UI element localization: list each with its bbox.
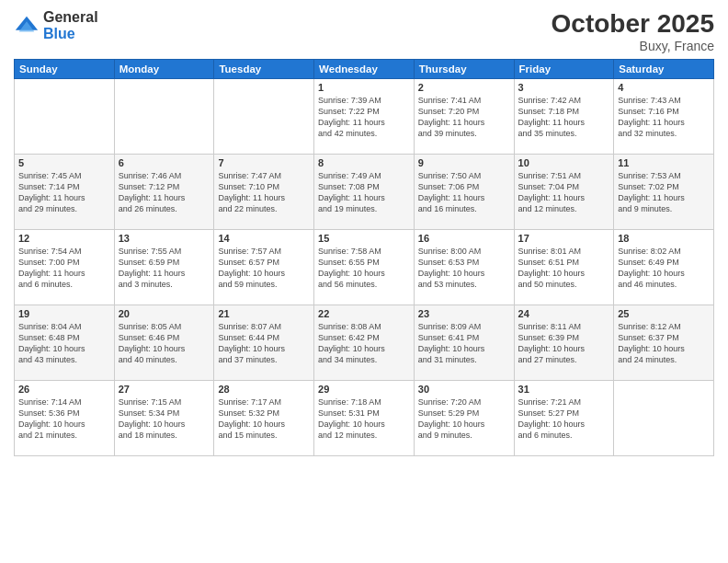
calendar-cell: 19Sunrise: 8:04 AMSunset: 6:48 PMDayligh… <box>15 305 115 381</box>
day-number: 10 <box>518 157 610 168</box>
day-info: Sunrise: 7:42 AMSunset: 7:18 PMDaylight:… <box>518 95 610 140</box>
day-info: Sunrise: 7:47 AMSunset: 7:10 PMDaylight:… <box>218 170 310 215</box>
day-number: 26 <box>18 384 110 395</box>
day-info: Sunrise: 8:05 AMSunset: 6:46 PMDaylight:… <box>119 321 210 366</box>
day-info: Sunrise: 7:51 AMSunset: 7:04 PMDaylight:… <box>518 170 610 215</box>
col-header-wednesday: Wednesday <box>314 60 415 79</box>
day-info: Sunrise: 7:55 AMSunset: 6:59 PMDaylight:… <box>119 246 210 291</box>
day-info: Sunrise: 7:14 AMSunset: 5:36 PMDaylight:… <box>18 396 110 442</box>
calendar-cell: 9Sunrise: 7:50 AMSunset: 7:06 PMDaylight… <box>414 155 514 230</box>
day-info: Sunrise: 8:08 AMSunset: 6:42 PMDaylight:… <box>318 321 410 366</box>
day-number: 16 <box>418 233 510 244</box>
calendar-cell: 21Sunrise: 8:07 AMSunset: 6:44 PMDayligh… <box>214 305 314 381</box>
header: General Blue October 2025 Buxy, France <box>14 9 714 53</box>
day-info: Sunrise: 7:41 AMSunset: 7:20 PMDaylight:… <box>418 95 510 140</box>
week-row-4: 26Sunrise: 7:14 AMSunset: 5:36 PMDayligh… <box>15 381 714 456</box>
day-number: 8 <box>318 157 410 168</box>
day-info: Sunrise: 7:21 AMSunset: 5:27 PMDaylight:… <box>518 396 610 442</box>
calendar-cell: 5Sunrise: 7:45 AMSunset: 7:14 PMDaylight… <box>15 155 115 230</box>
calendar-cell: 25Sunrise: 8:12 AMSunset: 6:37 PMDayligh… <box>614 305 714 381</box>
calendar-cell: 29Sunrise: 7:18 AMSunset: 5:31 PMDayligh… <box>314 381 415 456</box>
calendar-table: SundayMondayTuesdayWednesdayThursdayFrid… <box>14 59 714 456</box>
col-header-monday: Monday <box>114 60 214 79</box>
calendar-header-row: SundayMondayTuesdayWednesdayThursdayFrid… <box>15 60 714 79</box>
day-info: Sunrise: 8:11 AMSunset: 6:39 PMDaylight:… <box>518 321 610 366</box>
day-info: Sunrise: 7:39 AMSunset: 7:22 PMDaylight:… <box>318 95 410 140</box>
calendar-cell: 8Sunrise: 7:49 AMSunset: 7:08 PMDaylight… <box>314 155 415 230</box>
day-number: 15 <box>318 233 410 244</box>
day-number: 20 <box>119 308 210 319</box>
location: Buxy, France <box>552 39 714 53</box>
calendar-cell: 7Sunrise: 7:47 AMSunset: 7:10 PMDaylight… <box>214 155 314 230</box>
day-number: 23 <box>418 308 510 319</box>
day-number: 11 <box>618 157 710 168</box>
day-number: 7 <box>218 157 310 168</box>
calendar-cell: 22Sunrise: 8:08 AMSunset: 6:42 PMDayligh… <box>314 305 415 381</box>
day-info: Sunrise: 7:43 AMSunset: 7:16 PMDaylight:… <box>618 95 710 140</box>
calendar-cell: 2Sunrise: 7:41 AMSunset: 7:20 PMDaylight… <box>414 79 514 155</box>
col-header-sunday: Sunday <box>15 60 115 79</box>
day-info: Sunrise: 8:07 AMSunset: 6:44 PMDaylight:… <box>218 321 310 366</box>
day-number: 29 <box>318 384 410 395</box>
calendar-cell: 31Sunrise: 7:21 AMSunset: 5:27 PMDayligh… <box>514 381 614 456</box>
day-info: Sunrise: 8:00 AMSunset: 6:53 PMDaylight:… <box>418 246 510 291</box>
week-row-0: 1Sunrise: 7:39 AMSunset: 7:22 PMDaylight… <box>15 79 714 155</box>
calendar-cell: 18Sunrise: 8:02 AMSunset: 6:49 PMDayligh… <box>614 230 714 305</box>
calendar-cell: 12Sunrise: 7:54 AMSunset: 7:00 PMDayligh… <box>15 230 115 305</box>
day-info: Sunrise: 7:50 AMSunset: 7:06 PMDaylight:… <box>418 170 510 215</box>
logo-general-text: General <box>43 9 98 26</box>
day-number: 21 <box>218 308 310 319</box>
logo: General Blue <box>14 9 98 41</box>
day-info: Sunrise: 8:09 AMSunset: 6:41 PMDaylight:… <box>418 321 510 366</box>
day-info: Sunrise: 8:04 AMSunset: 6:48 PMDaylight:… <box>18 321 110 366</box>
calendar-cell: 13Sunrise: 7:55 AMSunset: 6:59 PMDayligh… <box>114 230 214 305</box>
calendar-cell: 4Sunrise: 7:43 AMSunset: 7:16 PMDaylight… <box>614 79 714 155</box>
calendar-cell <box>614 381 714 456</box>
day-info: Sunrise: 7:46 AMSunset: 7:12 PMDaylight:… <box>119 170 210 215</box>
calendar-cell: 11Sunrise: 7:53 AMSunset: 7:02 PMDayligh… <box>614 155 714 230</box>
calendar-cell: 17Sunrise: 8:01 AMSunset: 6:51 PMDayligh… <box>514 230 614 305</box>
logo-icon <box>14 13 40 39</box>
calendar-cell: 30Sunrise: 7:20 AMSunset: 5:29 PMDayligh… <box>414 381 514 456</box>
calendar-cell: 10Sunrise: 7:51 AMSunset: 7:04 PMDayligh… <box>514 155 614 230</box>
day-info: Sunrise: 7:54 AMSunset: 7:00 PMDaylight:… <box>18 246 110 291</box>
day-number: 25 <box>618 308 710 319</box>
calendar-cell: 1Sunrise: 7:39 AMSunset: 7:22 PMDaylight… <box>314 79 415 155</box>
col-header-tuesday: Tuesday <box>214 60 314 79</box>
calendar-cell: 24Sunrise: 8:11 AMSunset: 6:39 PMDayligh… <box>514 305 614 381</box>
logo-blue-text: Blue <box>43 26 98 42</box>
calendar-cell <box>15 79 115 155</box>
calendar-cell: 14Sunrise: 7:57 AMSunset: 6:57 PMDayligh… <box>214 230 314 305</box>
day-number: 18 <box>618 233 710 244</box>
day-number: 17 <box>518 233 610 244</box>
day-number: 13 <box>119 233 210 244</box>
day-info: Sunrise: 8:01 AMSunset: 6:51 PMDaylight:… <box>518 246 610 291</box>
day-info: Sunrise: 7:15 AMSunset: 5:34 PMDaylight:… <box>119 396 210 442</box>
calendar-cell: 3Sunrise: 7:42 AMSunset: 7:18 PMDaylight… <box>514 79 614 155</box>
day-number: 6 <box>119 157 210 168</box>
day-info: Sunrise: 7:58 AMSunset: 6:55 PMDaylight:… <box>318 246 410 291</box>
col-header-friday: Friday <box>514 60 614 79</box>
calendar-cell: 15Sunrise: 7:58 AMSunset: 6:55 PMDayligh… <box>314 230 415 305</box>
day-number: 1 <box>318 82 410 93</box>
day-info: Sunrise: 7:57 AMSunset: 6:57 PMDaylight:… <box>218 246 310 291</box>
day-number: 14 <box>218 233 310 244</box>
week-row-3: 19Sunrise: 8:04 AMSunset: 6:48 PMDayligh… <box>15 305 714 381</box>
day-info: Sunrise: 7:17 AMSunset: 5:32 PMDaylight:… <box>218 396 310 442</box>
col-header-saturday: Saturday <box>614 60 714 79</box>
day-number: 2 <box>418 82 510 93</box>
day-number: 30 <box>418 384 510 395</box>
day-number: 31 <box>518 384 610 395</box>
logo-text: General Blue <box>43 9 98 41</box>
calendar-cell <box>214 79 314 155</box>
calendar-cell: 26Sunrise: 7:14 AMSunset: 5:36 PMDayligh… <box>15 381 115 456</box>
week-row-2: 12Sunrise: 7:54 AMSunset: 7:00 PMDayligh… <box>15 230 714 305</box>
day-number: 19 <box>18 308 110 319</box>
day-info: Sunrise: 7:45 AMSunset: 7:14 PMDaylight:… <box>18 170 110 215</box>
day-number: 27 <box>119 384 210 395</box>
day-info: Sunrise: 7:18 AMSunset: 5:31 PMDaylight:… <box>318 396 410 442</box>
calendar-cell: 28Sunrise: 7:17 AMSunset: 5:32 PMDayligh… <box>214 381 314 456</box>
day-info: Sunrise: 8:12 AMSunset: 6:37 PMDaylight:… <box>618 321 710 366</box>
day-number: 12 <box>18 233 110 244</box>
day-number: 24 <box>518 308 610 319</box>
